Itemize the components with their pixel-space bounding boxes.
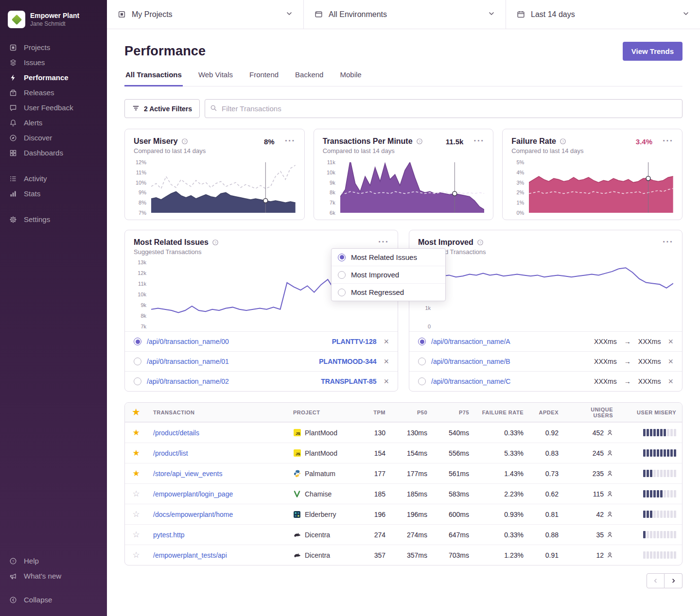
sidebar-item-alerts[interactable]: Alerts	[0, 115, 107, 130]
card-title: Failure Rate	[511, 137, 556, 146]
sidebar-item-performance[interactable]: Performance	[0, 70, 107, 85]
list-item: /api/0/transaction_name/01 PLANTMOOD-344…	[125, 351, 398, 371]
transaction-link[interactable]: /api/0/transaction_name/C	[431, 377, 589, 385]
transaction-link[interactable]: /docs/empowerplant/home	[147, 511, 287, 518]
help-icon[interactable]: ?	[560, 138, 566, 145]
project-name: Dicentra	[305, 531, 330, 539]
close-icon[interactable]: ×	[668, 357, 673, 366]
tab-backend[interactable]: Backend	[294, 70, 324, 86]
sidebar-item-whats-new[interactable]: What's new	[0, 568, 107, 583]
overflow-menu-icon[interactable]	[473, 137, 484, 146]
overflow-menu-icon[interactable]	[663, 238, 673, 247]
sidebar-item-issues[interactable]: Issues	[0, 55, 107, 70]
menu-option-most-related-issues[interactable]: Most Related Issues	[332, 249, 445, 266]
transaction-link[interactable]: /store/api_view_events	[147, 470, 287, 478]
transaction-link[interactable]: /product/details	[147, 429, 287, 437]
previous-page-button[interactable]	[647, 573, 665, 588]
filter-icon	[132, 104, 140, 113]
close-icon[interactable]: ×	[384, 357, 389, 366]
sidebar-item-dashboards[interactable]: Dashboards	[0, 145, 107, 160]
star-icon[interactable]	[125, 468, 147, 479]
star-icon[interactable]	[125, 428, 147, 438]
menu-option-most-improved[interactable]: Most Improved	[332, 266, 445, 283]
help-icon[interactable]: ?	[477, 239, 484, 246]
p50-value: 357ms	[391, 551, 433, 559]
transaction-link[interactable]: /api/0/transaction_name/02	[147, 377, 315, 385]
help-icon[interactable]: ?	[212, 239, 219, 246]
issue-link[interactable]: PLANTMOOD-344	[319, 358, 376, 365]
radio-button[interactable]	[134, 377, 141, 385]
svg-text:?: ?	[214, 240, 216, 245]
close-icon[interactable]: ×	[668, 337, 673, 346]
tab-all-transactions[interactable]: All Transactions	[124, 70, 183, 86]
transaction-link[interactable]: /empowerplant_tests/api	[147, 551, 287, 559]
project-cell: Dicentra	[287, 551, 361, 559]
overflow-menu-icon[interactable]	[663, 137, 673, 146]
sidebar-item-stats[interactable]: Stats	[0, 186, 107, 201]
transaction-link[interactable]: /api/0/transaction_name/00	[147, 338, 327, 345]
star-icon[interactable]	[125, 509, 147, 519]
sidebar-item-activity[interactable]: Activity	[0, 171, 107, 186]
tab-frontend[interactable]: Frontend	[248, 70, 280, 86]
transaction-search-input[interactable]	[205, 99, 682, 118]
help-icon[interactable]: ?	[416, 138, 423, 145]
most-improved-panel: Most Improved ? Suggested Transactions 2…	[409, 230, 682, 392]
active-filters-button[interactable]: 2 Active Filters	[124, 99, 200, 118]
tab-web-vitals[interactable]: Web Vitals	[197, 70, 234, 86]
transaction-link[interactable]: pytest.http	[147, 531, 287, 539]
y-axis-labels: 11k10k9k8k7k6k	[323, 162, 337, 213]
radio-button[interactable]	[134, 358, 141, 365]
project-cell: Elderberry	[287, 511, 361, 518]
star-icon[interactable]	[125, 489, 147, 499]
failure-rate-value: 0.93%	[475, 511, 529, 518]
menu-option-label: Most Related Issues	[351, 253, 417, 261]
next-page-button[interactable]	[665, 573, 682, 588]
help-icon[interactable]: ?	[181, 138, 188, 145]
date-range-label: Last 14 days	[531, 10, 575, 19]
menu-option-most-regressed[interactable]: Most Regressed	[332, 283, 445, 301]
transaction-link[interactable]: /api/0/transaction_name/A	[431, 338, 589, 345]
view-trends-button[interactable]: View Trends	[623, 42, 682, 61]
transaction-link[interactable]: /product/list	[147, 449, 287, 457]
sidebar-item-releases[interactable]: Releases	[0, 85, 107, 100]
sidebar-item-settings[interactable]: Settings	[0, 212, 107, 227]
issue-link[interactable]: PLANTTV-128	[332, 338, 377, 345]
overflow-menu-icon[interactable]	[378, 238, 389, 247]
sidebar-item-projects[interactable]: Projects	[0, 40, 107, 55]
star-icon[interactable]	[125, 550, 147, 560]
radio-button[interactable]	[418, 377, 426, 385]
tab-mobile[interactable]: Mobile	[339, 70, 362, 86]
transaction-link[interactable]: /api/0/transaction_name/B	[431, 358, 589, 365]
area-chart	[529, 162, 673, 213]
sidebar-item-discover[interactable]: Discover	[0, 130, 107, 145]
star-icon[interactable]	[125, 530, 147, 540]
date-range-selector[interactable]: Last 14 days	[506, 0, 700, 29]
duration-before: XXXms	[594, 377, 617, 385]
sidebar-item-help[interactable]: ? Help	[0, 553, 107, 568]
transaction-link[interactable]: /api/0/transaction_name/01	[147, 358, 314, 365]
sidebar-item-user-feedback[interactable]: User Feedback	[0, 100, 107, 115]
radio-button[interactable]	[418, 338, 426, 345]
star-header-icon	[125, 407, 147, 417]
user-icon	[607, 511, 613, 517]
close-icon[interactable]: ×	[668, 377, 673, 386]
panel-subtitle: Suggested Transactions	[418, 248, 673, 256]
list-item: /api/0/transaction_name/00 PLANTTV-128×	[125, 331, 398, 351]
user-misery-chart: 12%11%10%9%8%7%	[134, 162, 296, 213]
star-icon[interactable]	[125, 448, 147, 458]
project-cell: Chamise	[287, 490, 361, 498]
org-header[interactable]: Empower Plant Jane Schmidt	[0, 7, 107, 40]
sidebar-collapse-button[interactable]: Collapse	[0, 592, 107, 607]
project-selector[interactable]: My Projects	[107, 0, 304, 29]
close-icon[interactable]: ×	[384, 377, 389, 386]
issue-link[interactable]: TRANSPLANT-85	[321, 377, 376, 385]
transaction-link[interactable]: /empowerplant/login_page	[147, 490, 287, 498]
table-row: /empowerplant/login_page Chamise 185 185…	[125, 483, 682, 504]
project-name: Elderberry	[305, 511, 336, 518]
environment-selector[interactable]: All Environments	[304, 0, 506, 29]
radio-button[interactable]	[134, 338, 141, 345]
close-icon[interactable]: ×	[384, 337, 389, 346]
sidebar-item-label: Activity	[24, 174, 47, 183]
overflow-menu-icon[interactable]	[285, 137, 296, 146]
radio-button[interactable]	[418, 358, 426, 365]
